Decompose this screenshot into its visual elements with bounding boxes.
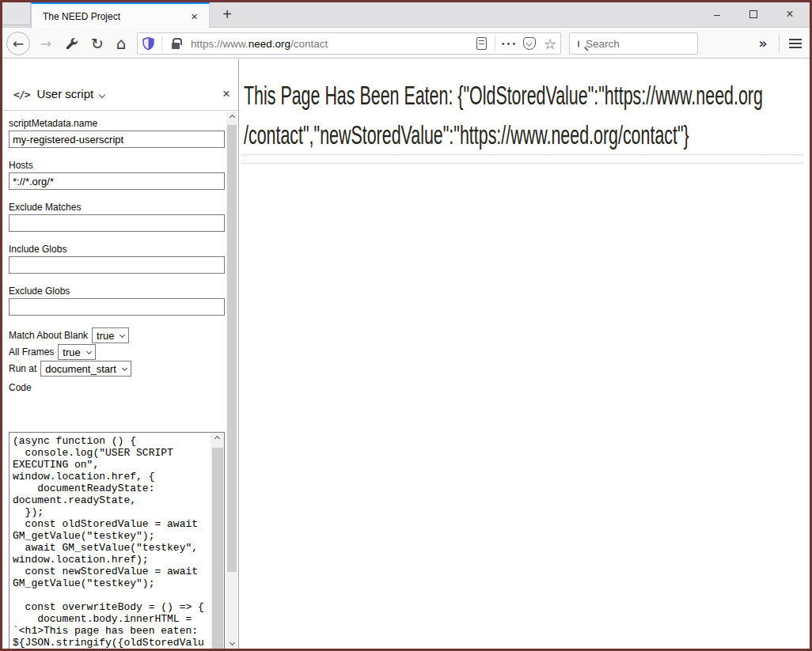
page-actions-icon[interactable]: ••• xyxy=(499,33,519,54)
exclude-globs-input[interactable] xyxy=(9,298,225,316)
pocket-icon[interactable] xyxy=(519,33,540,54)
sidebar-scrollbar[interactable] xyxy=(226,112,237,649)
overflow-chevron-icon[interactable]: » xyxy=(752,28,774,59)
url-text[interactable]: https://www.need.org/contact xyxy=(186,38,471,50)
maximize-icon[interactable] xyxy=(745,6,762,23)
page-title: This Page Has Been Eaten: {"OldStoredVal… xyxy=(244,75,802,154)
code-scrollbar-thumb[interactable] xyxy=(212,448,223,651)
sidebar-title[interactable]: User script xyxy=(36,87,93,100)
match-about-blank-select[interactable]: true xyxy=(92,327,129,343)
menu-icon[interactable] xyxy=(789,39,802,51)
titlebar-spacer xyxy=(2,2,31,25)
userscript-sidebar: </> User script × scriptMetadata.name Ho… xyxy=(2,59,239,649)
wrench-icon[interactable] xyxy=(61,28,83,59)
sidebar-close-icon[interactable]: × xyxy=(222,88,230,100)
search-bar[interactable] xyxy=(569,32,698,55)
lock-icon[interactable] xyxy=(165,33,186,54)
back-button[interactable]: ← xyxy=(6,32,30,55)
hosts-input[interactable] xyxy=(9,172,225,190)
chevron-down-icon xyxy=(86,348,92,354)
code-scrollbar[interactable] xyxy=(211,433,224,651)
scroll-down-icon[interactable] xyxy=(226,637,237,649)
minimize-icon[interactable]: – xyxy=(708,6,726,23)
tracking-protection-shield-icon[interactable] xyxy=(138,33,158,54)
exclude-globs-label: Exclude Globs xyxy=(9,286,238,297)
search-icon xyxy=(578,40,579,47)
all-frames-label: All Frames xyxy=(9,346,54,358)
tab-bar: The NEED Project × + – × xyxy=(2,2,810,28)
reload-icon[interactable]: ↻ xyxy=(86,28,108,59)
sidebar-header: </> User script × xyxy=(2,59,238,111)
tab-title: The NEED Project xyxy=(43,11,188,22)
page-content: This Page Has Been Eaten: {"OldStoredVal… xyxy=(240,59,810,649)
home-icon[interactable]: ⌂ xyxy=(110,28,132,59)
toolbar-separator xyxy=(779,34,780,53)
match-about-blank-label: Match About Blank xyxy=(9,330,88,341)
code-content[interactable]: (async function () { console.log("USER S… xyxy=(9,433,209,651)
sidebar-scrollbar-thumb[interactable] xyxy=(227,125,237,572)
code-textarea[interactable]: (async function () { console.log("USER S… xyxy=(9,432,225,651)
all-frames-select[interactable]: true xyxy=(58,344,95,360)
script-name-label: scriptMetadata.name xyxy=(9,118,238,129)
include-globs-label: Include Globs xyxy=(9,244,238,255)
tab-close-icon[interactable]: × xyxy=(188,10,201,23)
url-bar[interactable]: https://www.need.org/contact ••• ☆ xyxy=(137,32,561,55)
navigation-toolbar: ← → ↻ ⌂ https://www.need.org/contact •••… xyxy=(2,28,810,59)
forward-button: → xyxy=(36,28,56,59)
chevron-down-icon xyxy=(122,365,127,370)
exclude-matches-input[interactable] xyxy=(9,214,225,232)
search-input[interactable] xyxy=(586,38,726,50)
reader-mode-icon[interactable] xyxy=(471,33,491,54)
exclude-matches-label: Exclude Matches xyxy=(9,202,238,213)
chevron-down-icon[interactable] xyxy=(99,92,105,98)
script-name-input[interactable] xyxy=(9,131,225,148)
scroll-up-icon[interactable] xyxy=(211,433,224,445)
code-icon: </> xyxy=(13,89,29,100)
new-tab-button[interactable]: + xyxy=(218,6,237,25)
browser-window: The NEED Project × + – × ← → ↻ ⌂ https:/… xyxy=(0,0,812,651)
close-icon[interactable]: × xyxy=(781,6,799,23)
code-label: Code xyxy=(9,382,238,393)
run-at-label: Run at xyxy=(9,363,36,374)
chevron-down-icon xyxy=(120,331,125,337)
run-at-select[interactable]: document_start xyxy=(40,361,131,377)
dotted-divider xyxy=(243,154,803,155)
bookmark-star-icon[interactable]: ☆ xyxy=(540,33,560,54)
scroll-up-icon[interactable] xyxy=(226,112,237,123)
dotted-divider xyxy=(243,163,803,164)
browser-tab[interactable]: The NEED Project × xyxy=(31,2,210,28)
window-controls: – × xyxy=(708,2,805,26)
sidebar-form: scriptMetadata.name Hosts Exclude Matche… xyxy=(2,112,238,649)
hosts-label: Hosts xyxy=(9,160,238,171)
include-globs-input[interactable] xyxy=(9,256,225,274)
